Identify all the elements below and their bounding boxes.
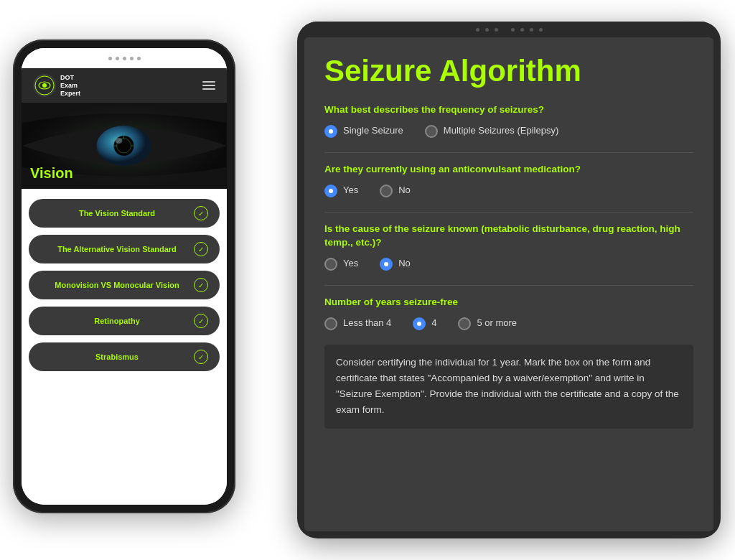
- phone-logo: DOT Exam Expert: [33, 74, 80, 97]
- q4-radio-5plus[interactable]: [458, 317, 471, 330]
- q1-option-multiple[interactable]: Multiple Seizures (Epilepsy): [425, 124, 558, 138]
- hamburger-icon[interactable]: [202, 81, 215, 90]
- menu-item-strabismus[interactable]: Strabismus ✓: [29, 342, 220, 371]
- check-circle-icon-1: ✓: [194, 242, 208, 256]
- phone-screen: DOT Exam Expert: [22, 68, 227, 505]
- tablet-device: Seizure Algorithm What best describes th…: [297, 22, 721, 538]
- result-text: Consider certifying the individual for 1…: [336, 355, 682, 419]
- tablet-screen: Seizure Algorithm What best describes th…: [304, 37, 713, 531]
- question-1-text: What best describes the frequency of sei…: [324, 103, 693, 117]
- question-3-text: Is the cause of the seizure known (metab…: [324, 223, 693, 250]
- question-4: Number of years seizure-free Less than 4…: [324, 296, 693, 330]
- question-4-options: Less than 4 4 5 or more: [324, 317, 693, 330]
- menu-item-vision-standard[interactable]: The Vision Standard ✓: [29, 199, 220, 228]
- logo-text: DOT Exam Expert: [60, 74, 80, 97]
- check-circle-icon-2: ✓: [194, 278, 208, 292]
- check-circle-icon-0: ✓: [194, 206, 208, 220]
- question-1-options: Single Seizure Multiple Seizures (Epilep…: [324, 124, 693, 138]
- q3-radio-no[interactable]: [380, 258, 393, 271]
- phone-header: DOT Exam Expert: [22, 68, 227, 103]
- question-2: Are they currently using an anticonvulsa…: [324, 163, 693, 197]
- phone-menu-list: The Vision Standard ✓ The Alternative Vi…: [22, 189, 227, 505]
- q3-radio-yes[interactable]: [324, 258, 337, 271]
- phone-banner: Vision: [22, 103, 227, 189]
- scene: DOT Exam Expert: [0, 0, 735, 560]
- question-3-options: Yes No: [324, 257, 693, 271]
- question-3: Is the cause of the seizure known (metab…: [324, 223, 693, 271]
- q4-option-less4[interactable]: Less than 4: [324, 317, 391, 330]
- divider-3: [324, 285, 693, 286]
- svg-point-2: [42, 83, 47, 88]
- q3-option-no[interactable]: No: [380, 257, 411, 271]
- question-4-text: Number of years seizure-free: [324, 296, 693, 309]
- phone-device: DOT Exam Expert: [13, 39, 235, 513]
- q2-option-no[interactable]: No: [380, 184, 411, 197]
- q1-radio-multiple[interactable]: [425, 125, 438, 138]
- q4-option-4[interactable]: 4: [413, 317, 436, 330]
- menu-item-alt-vision-standard[interactable]: The Alternative Vision Standard ✓: [29, 235, 220, 263]
- check-circle-icon-3: ✓: [194, 314, 208, 328]
- logo-icon: [33, 74, 56, 97]
- question-2-text: Are they currently using an anticonvulsa…: [324, 163, 693, 177]
- tablet-camera-bar: [297, 22, 721, 37]
- divider-2: [324, 212, 693, 213]
- q4-radio-4[interactable]: [413, 317, 426, 330]
- q2-option-yes[interactable]: Yes: [324, 184, 358, 197]
- svg-point-10: [116, 138, 123, 144]
- phone-notch: [22, 48, 227, 68]
- q4-option-5plus[interactable]: 5 or more: [458, 317, 517, 330]
- check-circle-icon-4: ✓: [194, 350, 208, 364]
- menu-item-monovision[interactable]: Monovision VS Monocular Vision ✓: [29, 271, 220, 299]
- menu-item-retinopathy[interactable]: Retinopathy ✓: [29, 307, 220, 335]
- q2-radio-no[interactable]: [380, 185, 393, 197]
- result-box: Consider certifying the individual for 1…: [324, 345, 693, 429]
- q4-radio-less4[interactable]: [324, 317, 337, 330]
- question-2-options: Yes No: [324, 184, 693, 197]
- question-1: What best describes the frequency of sei…: [324, 103, 693, 138]
- page-title: Seizure Algorithm: [324, 55, 693, 88]
- q3-option-yes[interactable]: Yes: [324, 257, 358, 271]
- q1-option-single[interactable]: Single Seizure: [324, 124, 403, 138]
- divider-1: [324, 152, 693, 153]
- q1-radio-single[interactable]: [324, 125, 337, 138]
- q2-radio-yes[interactable]: [324, 185, 337, 197]
- banner-label: Vision: [30, 165, 73, 182]
